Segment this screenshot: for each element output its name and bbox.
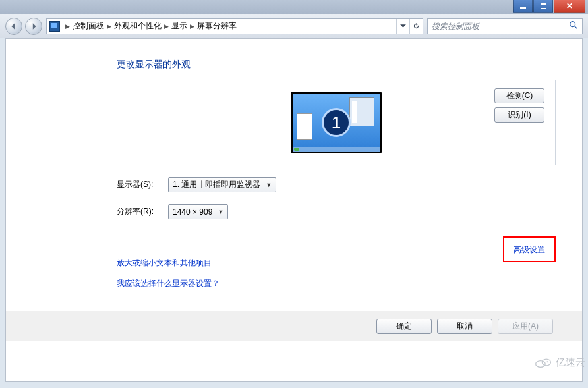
window-minimize-button[interactable]	[513, 0, 533, 13]
nav-back-button[interactable]	[5, 18, 22, 35]
resolution-dropdown-value: 1440 × 909	[173, 208, 212, 217]
display-preview-panel: 1 检测(C) 识别(I)	[117, 80, 556, 165]
breadcrumb-item[interactable]: 控制面板	[73, 20, 104, 32]
chevron-right-icon: ▶	[63, 23, 73, 30]
breadcrumb-item[interactable]: 外观和个性化	[114, 20, 162, 32]
identify-button[interactable]: 识别(I)	[494, 107, 544, 123]
address-dropdown-button[interactable]	[396, 19, 409, 34]
monitor-preview[interactable]: 1	[291, 92, 382, 153]
display-dropdown[interactable]: 1. 通用非即插即用监视器 ▼	[168, 177, 276, 192]
detect-button[interactable]: 检测(C)	[494, 88, 544, 103]
ok-button[interactable]: 确定	[376, 319, 432, 334]
search-box[interactable]	[427, 18, 583, 34]
display-dropdown-value: 1. 通用非即插即用监视器	[173, 179, 260, 190]
monitor-number-badge: 1	[322, 108, 351, 137]
window-close-button[interactable]: ✕	[554, 0, 585, 13]
window-maximize-button[interactable]	[533, 0, 553, 13]
control-panel-icon	[49, 21, 60, 32]
chevron-right-icon: ▶	[162, 23, 171, 30]
svg-point-0	[570, 22, 575, 27]
dialog-footer: 确定 取消 应用(A)	[6, 311, 582, 341]
cancel-button[interactable]: 取消	[437, 319, 492, 334]
advanced-settings-link[interactable]: 高级设置	[514, 245, 545, 254]
text-scaling-link[interactable]: 放大或缩小文本和其他项目	[117, 258, 556, 269]
window-chrome: ✕	[0, 0, 588, 14]
help-which-settings-link[interactable]: 我应该选择什么显示器设置？	[117, 278, 556, 289]
svg-line-1	[575, 26, 577, 29]
chevron-right-icon: ▶	[187, 23, 197, 30]
nav-forward-button[interactable]	[25, 18, 42, 35]
chevron-right-icon: ▶	[104, 23, 114, 30]
display-label: 显示器(S):	[117, 179, 168, 190]
chevron-down-icon: ▼	[266, 182, 272, 188]
advanced-settings-highlight: 高级设置	[503, 236, 556, 262]
content-pane: 更改显示器的外观 1 检测(C) 识别(I) 显示器(S): 1. 通用非即插即…	[5, 38, 583, 382]
page-title: 更改显示器的外观	[117, 59, 556, 70]
resolution-label: 分辨率(R):	[117, 206, 168, 217]
search-icon	[569, 20, 578, 32]
address-bar[interactable]: ▶ 控制面板 ▶ 外观和个性化 ▶ 显示 ▶ 屏幕分辨率	[46, 18, 423, 34]
chevron-down-icon: ▼	[218, 209, 223, 215]
explorer-nav-bar: ▶ 控制面板 ▶ 外观和个性化 ▶ 显示 ▶ 屏幕分辨率	[0, 14, 588, 38]
apply-button: 应用(A)	[498, 319, 553, 334]
resolution-dropdown[interactable]: 1440 × 909 ▼	[168, 204, 228, 219]
breadcrumb-item[interactable]: 屏幕分辨率	[197, 20, 237, 32]
breadcrumb-item[interactable]: 显示	[171, 20, 187, 32]
refresh-button[interactable]	[409, 19, 423, 34]
search-input[interactable]	[432, 22, 569, 31]
